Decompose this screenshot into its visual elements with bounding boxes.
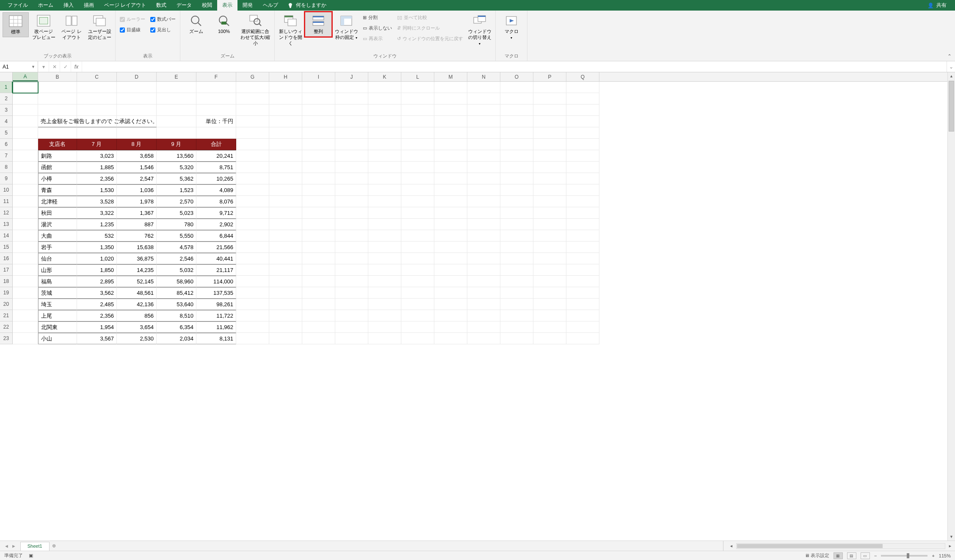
cell-E1[interactable] — [157, 82, 196, 93]
cell-B11[interactable]: 北津軽 — [38, 196, 77, 207]
cell-I10[interactable] — [302, 184, 335, 196]
cell-H23[interactable] — [269, 333, 302, 344]
cell-G23[interactable] — [236, 333, 269, 344]
menu-tab-10[interactable]: ヘルプ — [258, 0, 283, 11]
cell-F21[interactable]: 11,722 — [196, 310, 236, 321]
row-header-5[interactable]: 5 — [0, 127, 13, 139]
cell-Q5[interactable] — [566, 127, 599, 139]
cell-C12[interactable]: 3,322 — [77, 207, 117, 219]
cell-A2[interactable] — [13, 93, 38, 104]
cell-N14[interactable] — [467, 230, 500, 242]
cell-C22[interactable]: 1,954 — [77, 321, 117, 333]
cell-F2[interactable] — [196, 93, 236, 104]
cell-K21[interactable] — [368, 310, 401, 321]
cell-M9[interactable] — [434, 173, 467, 184]
cell-J23[interactable] — [335, 333, 368, 344]
cell-J19[interactable] — [335, 287, 368, 299]
cell-N19[interactable] — [467, 287, 500, 299]
cell-H21[interactable] — [269, 310, 302, 321]
cell-B23[interactable]: 小山 — [38, 333, 77, 344]
cell-F7[interactable]: 20,241 — [196, 150, 236, 162]
row-header-2[interactable]: 2 — [0, 93, 13, 104]
cell-N3[interactable] — [467, 104, 500, 116]
cell-H6[interactable] — [269, 139, 302, 150]
cell-F8[interactable]: 8,751 — [196, 162, 236, 173]
cell-N23[interactable] — [467, 333, 500, 344]
cell-H22[interactable] — [269, 321, 302, 333]
cell-F5[interactable] — [196, 127, 236, 139]
cell-I9[interactable] — [302, 173, 335, 184]
collapse-ribbon-button[interactable]: ⌃ — [947, 53, 952, 59]
cell-G22[interactable] — [236, 321, 269, 333]
cell-P16[interactable] — [533, 253, 566, 264]
cell-H18[interactable] — [269, 276, 302, 287]
cell-H11[interactable] — [269, 196, 302, 207]
cell-H12[interactable] — [269, 207, 302, 219]
cell-K12[interactable] — [368, 207, 401, 219]
cell-K14[interactable] — [368, 230, 401, 242]
cell-H17[interactable] — [269, 264, 302, 276]
cell-M13[interactable] — [434, 219, 467, 230]
cell-B16[interactable]: 仙台 — [38, 253, 77, 264]
cell-G16[interactable] — [236, 253, 269, 264]
cell-E12[interactable]: 5,023 — [157, 207, 196, 219]
cell-M18[interactable] — [434, 276, 467, 287]
cell-O18[interactable] — [500, 276, 533, 287]
cell-M20[interactable] — [434, 299, 467, 310]
row-header-22[interactable]: 22 — [0, 321, 13, 333]
cell-G21[interactable] — [236, 310, 269, 321]
cell-I8[interactable] — [302, 162, 335, 173]
cell-O11[interactable] — [500, 196, 533, 207]
cell-O8[interactable] — [500, 162, 533, 173]
cell-K20[interactable] — [368, 299, 401, 310]
menu-tab-2[interactable]: 挿入 — [58, 0, 79, 11]
display-settings-button[interactable]: 🖥 表示設定 — [805, 552, 829, 559]
gridlines-checkbox[interactable]: 目盛線 — [118, 25, 147, 34]
cell-M16[interactable] — [434, 253, 467, 264]
col-header-Q[interactable]: Q — [566, 72, 599, 81]
cell-I21[interactable] — [302, 310, 335, 321]
cell-C19[interactable]: 3,562 — [77, 287, 117, 299]
cell-C10[interactable]: 1,530 — [77, 184, 117, 196]
cell-D7[interactable]: 3,658 — [117, 150, 157, 162]
cell-D17[interactable]: 14,235 — [117, 264, 157, 276]
cell-I11[interactable] — [302, 196, 335, 207]
cell-L13[interactable] — [401, 219, 434, 230]
cell-H9[interactable] — [269, 173, 302, 184]
cell-G13[interactable] — [236, 219, 269, 230]
cell-O5[interactable] — [500, 127, 533, 139]
cell-I19[interactable] — [302, 287, 335, 299]
col-header-M[interactable]: M — [434, 72, 467, 81]
cell-M11[interactable] — [434, 196, 467, 207]
cell-G10[interactable] — [236, 184, 269, 196]
cell-B12[interactable]: 秋田 — [38, 207, 77, 219]
cell-F13[interactable]: 2,902 — [196, 219, 236, 230]
cell-Q21[interactable] — [566, 310, 599, 321]
cell-L18[interactable] — [401, 276, 434, 287]
cell-M21[interactable] — [434, 310, 467, 321]
cell-A1[interactable] — [13, 82, 38, 93]
cell-Q9[interactable] — [566, 173, 599, 184]
cell-I15[interactable] — [302, 242, 335, 253]
cell-N7[interactable] — [467, 150, 500, 162]
cell-F1[interactable] — [196, 82, 236, 93]
cell-O1[interactable] — [500, 82, 533, 93]
col-header-G[interactable]: G — [236, 72, 269, 81]
cell-E5[interactable] — [157, 127, 196, 139]
cell-B22[interactable]: 北関東 — [38, 321, 77, 333]
cell-C6[interactable]: 7 月 — [77, 139, 117, 150]
cell-B6[interactable]: 支店名 — [38, 139, 77, 150]
cell-E16[interactable]: 2,546 — [157, 253, 196, 264]
cell-M8[interactable] — [434, 162, 467, 173]
row-header-8[interactable]: 8 — [0, 162, 13, 173]
cell-F14[interactable]: 6,844 — [196, 230, 236, 242]
cell-H3[interactable] — [269, 104, 302, 116]
cell-N12[interactable] — [467, 207, 500, 219]
cell-E11[interactable]: 2,570 — [157, 196, 196, 207]
menu-tab-7[interactable]: 校閲 — [197, 0, 217, 11]
cell-L16[interactable] — [401, 253, 434, 264]
view-normal-button[interactable]: 標準 — [3, 12, 29, 37]
cell-L7[interactable] — [401, 150, 434, 162]
cell-F20[interactable]: 98,261 — [196, 299, 236, 310]
menu-tab-4[interactable]: ページ レイアウト — [99, 0, 151, 11]
